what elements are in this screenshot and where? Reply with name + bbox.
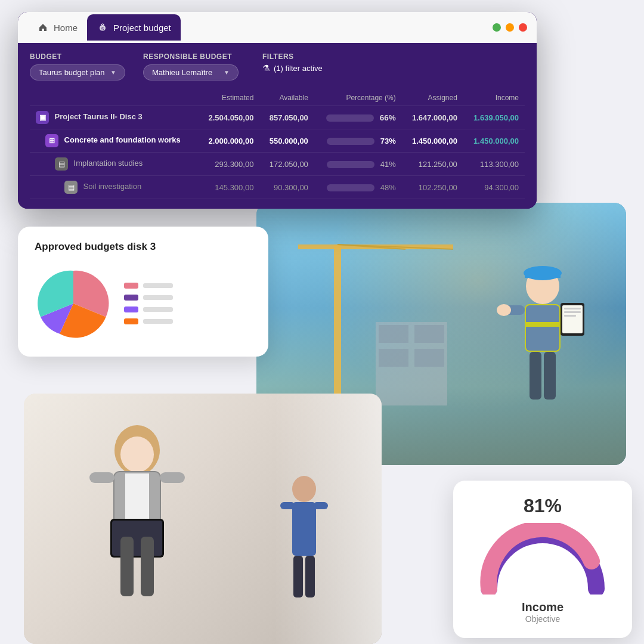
row-icon-0: ▣ bbox=[36, 111, 49, 124]
legend-item-4 bbox=[124, 318, 173, 324]
svg-rect-0 bbox=[334, 244, 341, 411]
svg-rect-7 bbox=[414, 325, 444, 343]
svg-rect-41 bbox=[120, 537, 134, 596]
svg-rect-8 bbox=[379, 349, 408, 367]
filter-active-text: (1) filter active bbox=[274, 64, 323, 73]
svg-rect-14 bbox=[526, 305, 559, 351]
income-percent: 81% bbox=[470, 495, 615, 517]
svg-rect-6 bbox=[379, 325, 408, 343]
svg-rect-2 bbox=[298, 244, 334, 249]
row-income-3: 94.300,00 bbox=[463, 176, 525, 199]
tab-budget[interactable]: $ Project budget bbox=[87, 14, 181, 41]
svg-text:$: $ bbox=[101, 26, 104, 32]
legend-item-3 bbox=[124, 306, 173, 312]
table-row[interactable]: ▤ Implantation studies 293.300,00 172.05… bbox=[30, 153, 525, 176]
svg-rect-22 bbox=[564, 311, 581, 313]
col-assigned-header: Assigned bbox=[402, 90, 463, 106]
row-estimated-0: 2.504.050,00 bbox=[198, 106, 259, 129]
row-available-1: 550.000,00 bbox=[259, 129, 314, 153]
svg-rect-40 bbox=[112, 521, 162, 556]
income-label-main: Income bbox=[470, 600, 615, 614]
row-percentage-1: 73% bbox=[314, 129, 402, 153]
row-estimated-2: 293.300,00 bbox=[198, 153, 259, 176]
row-income-2: 113.300,00 bbox=[463, 153, 525, 176]
table-row[interactable]: ▤ Soil investigation 145.300,00 90.300,0… bbox=[30, 176, 525, 199]
app-window: Home $ Project budget Budget bbox=[18, 12, 537, 209]
row-assigned-2: 121.250,00 bbox=[402, 153, 463, 176]
table-row[interactable]: ⊞ Concrete and foundation works 2.000.00… bbox=[30, 129, 525, 153]
svg-point-26 bbox=[292, 476, 316, 502]
legend-line-2 bbox=[143, 295, 173, 300]
row-name-3: ▤ Soil investigation bbox=[30, 176, 198, 199]
row-assigned-1: 1.450.000,00 bbox=[402, 129, 463, 153]
budget-filter-label: Budget bbox=[30, 52, 125, 61]
svg-rect-9 bbox=[414, 349, 444, 367]
tab-home[interactable]: Home bbox=[27, 14, 87, 41]
row-income-0: 1.639.050,00 bbox=[463, 106, 525, 129]
svg-rect-27 bbox=[292, 502, 316, 556]
row-available-2: 172.050,00 bbox=[259, 153, 314, 176]
row-estimated-1: 2.000.000,00 bbox=[198, 129, 259, 153]
row-icon-3: ▤ bbox=[64, 181, 78, 194]
pie-chart bbox=[35, 265, 112, 342]
window-titlebar: Home $ Project budget bbox=[18, 12, 537, 43]
legend-color-3 bbox=[124, 306, 138, 312]
progress-bar-wrap-2 bbox=[327, 161, 374, 168]
row-available-0: 857.050,00 bbox=[259, 106, 314, 129]
legend-line-4 bbox=[143, 319, 173, 324]
tab-budget-label: Project budget bbox=[113, 23, 171, 33]
row-name-1: ⊞ Concrete and foundation works bbox=[30, 129, 198, 153]
close-button[interactable] bbox=[519, 23, 527, 32]
income-label-sub: Objective bbox=[470, 614, 615, 624]
svg-rect-29 bbox=[313, 502, 328, 509]
col-name-header bbox=[30, 90, 198, 106]
svg-rect-25 bbox=[544, 352, 556, 400]
row-available-3: 90.300,00 bbox=[259, 176, 314, 199]
svg-rect-15 bbox=[525, 322, 561, 327]
svg-rect-31 bbox=[305, 556, 315, 597]
progress-bar-wrap-1 bbox=[327, 138, 374, 145]
svg-rect-20 bbox=[562, 305, 583, 333]
tab-home-label: Home bbox=[54, 23, 78, 33]
budget-dropdown[interactable]: Taurus budget plan ▼ bbox=[30, 64, 125, 80]
responsible-filter-label: Responsible budget bbox=[143, 52, 239, 61]
budget-filter-group: Budget Taurus budget plan ▼ bbox=[30, 52, 125, 80]
responsible-dropdown-value: Mathieu Lemaître bbox=[152, 68, 212, 77]
responsible-chevron-icon: ▼ bbox=[224, 69, 230, 76]
minimize-button[interactable] bbox=[493, 23, 501, 32]
row-name-2: ▤ Implantation studies bbox=[30, 153, 198, 176]
progress-bar-wrap-3 bbox=[327, 184, 374, 191]
row-pct-text-3: 48% bbox=[380, 183, 396, 192]
svg-rect-38 bbox=[160, 472, 185, 483]
income-card: 81% Income Objective bbox=[453, 481, 632, 638]
row-percentage-0: 66% bbox=[314, 106, 402, 129]
pie-legend-row bbox=[35, 265, 252, 342]
responsible-dropdown[interactable]: Mathieu Lemaître ▼ bbox=[143, 64, 239, 80]
row-percentage-2: 41% bbox=[314, 153, 402, 176]
progress-bar-wrap-0 bbox=[326, 114, 374, 122]
svg-point-33 bbox=[120, 436, 154, 472]
approved-card-title: Approved budgets disk 3 bbox=[35, 241, 252, 253]
row-name-0: ▣ Project Taurus II- Disc 3 bbox=[30, 106, 198, 129]
svg-rect-12 bbox=[525, 273, 561, 278]
row-icon-2: ▤ bbox=[55, 157, 68, 171]
row-pct-text-0: 66% bbox=[380, 113, 396, 122]
row-estimated-3: 145.300,00 bbox=[198, 176, 259, 199]
row-income-1: 1.450.000,00 bbox=[463, 129, 525, 153]
active-filters-group: Filters ⚗ (1) filter active bbox=[256, 52, 323, 73]
legend-items bbox=[124, 283, 173, 324]
row-pct-text-1: 73% bbox=[380, 137, 396, 145]
approved-budgets-card: Approved budgets disk 3 bbox=[18, 227, 268, 357]
svg-rect-23 bbox=[564, 315, 576, 317]
row-percentage-3: 48% bbox=[314, 176, 402, 199]
filter-badge[interactable]: ⚗ (1) filter active bbox=[262, 63, 323, 73]
legend-line-3 bbox=[143, 307, 173, 312]
window-content: Budget Taurus budget plan ▼ Responsible … bbox=[18, 43, 537, 209]
svg-rect-42 bbox=[141, 537, 154, 596]
budget-dropdown-value: Taurus budget plan bbox=[39, 68, 105, 77]
maximize-button[interactable] bbox=[506, 23, 514, 32]
table-row[interactable]: ▣ Project Taurus II- Disc 3 2.504.050,00… bbox=[30, 106, 525, 129]
filter-icon: ⚗ bbox=[262, 63, 270, 73]
row-assigned-0: 1.647.000,00 bbox=[402, 106, 463, 129]
window-controls bbox=[493, 23, 527, 32]
